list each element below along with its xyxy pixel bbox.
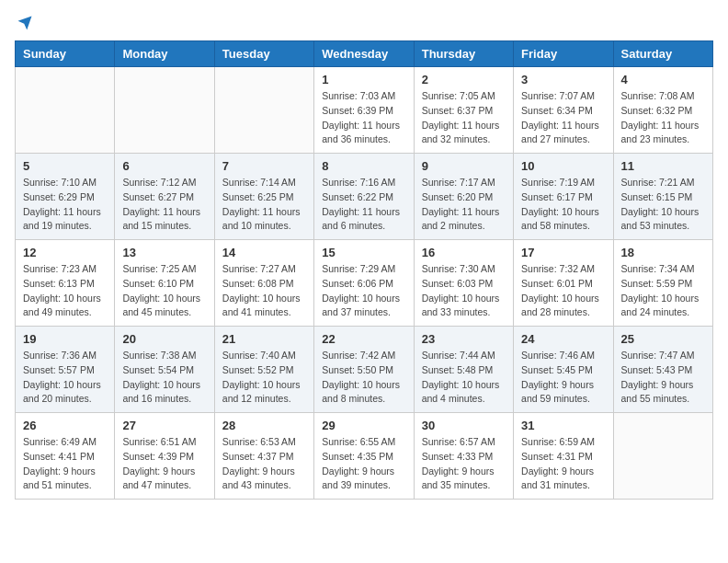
day-number: 12 <box>23 246 107 259</box>
day-info: Sunrise: 7:42 AMSunset: 5:50 PMDaylight:… <box>322 349 405 407</box>
day-info: Sunrise: 7:03 AMSunset: 6:39 PMDaylight:… <box>322 89 405 147</box>
calendar-cell: 13Sunrise: 7:25 AMSunset: 6:10 PMDayligh… <box>115 240 214 327</box>
day-number: 18 <box>621 246 705 259</box>
day-number: 7 <box>222 159 306 173</box>
calendar-cell <box>214 67 313 154</box>
logo <box>15 15 33 31</box>
day-number: 21 <box>222 332 306 346</box>
calendar-week-row: 5Sunrise: 7:10 AMSunset: 6:29 PMDaylight… <box>16 154 713 240</box>
day-number: 28 <box>222 419 306 432</box>
day-info: Sunrise: 7:16 AMSunset: 6:22 PMDaylight:… <box>322 176 405 234</box>
calendar-cell: 21Sunrise: 7:40 AMSunset: 5:52 PMDayligh… <box>214 327 313 413</box>
calendar-cell: 16Sunrise: 7:30 AMSunset: 6:03 PMDayligh… <box>414 240 513 327</box>
day-info: Sunrise: 7:10 AMSunset: 6:29 PMDaylight:… <box>23 176 107 234</box>
calendar-week-row: 1Sunrise: 7:03 AMSunset: 6:39 PMDaylight… <box>16 67 713 154</box>
calendar-cell: 5Sunrise: 7:10 AMSunset: 6:29 PMDaylight… <box>16 154 115 240</box>
calendar-table: SundayMondayTuesdayWednesdayThursdayFrid… <box>15 40 713 500</box>
calendar-cell: 14Sunrise: 7:27 AMSunset: 6:08 PMDayligh… <box>214 240 313 327</box>
calendar-header-thursday: Thursday <box>414 41 513 67</box>
calendar-cell: 20Sunrise: 7:38 AMSunset: 5:54 PMDayligh… <box>115 327 214 413</box>
day-info: Sunrise: 7:23 AMSunset: 6:13 PMDaylight:… <box>23 262 107 320</box>
day-number: 16 <box>422 246 506 259</box>
calendar-week-row: 19Sunrise: 7:36 AMSunset: 5:57 PMDayligh… <box>16 327 713 413</box>
day-info: Sunrise: 7:12 AMSunset: 6:27 PMDaylight:… <box>122 176 206 234</box>
calendar-cell: 4Sunrise: 7:08 AMSunset: 6:32 PMDaylight… <box>613 67 712 154</box>
calendar-cell: 8Sunrise: 7:16 AMSunset: 6:22 PMDaylight… <box>314 154 414 240</box>
calendar-cell: 31Sunrise: 6:59 AMSunset: 4:31 PMDayligh… <box>514 413 613 500</box>
day-number: 24 <box>521 332 605 346</box>
calendar-header-friday: Friday <box>514 41 613 67</box>
day-number: 10 <box>521 159 605 173</box>
calendar-week-row: 26Sunrise: 6:49 AMSunset: 4:41 PMDayligh… <box>16 413 713 500</box>
day-info: Sunrise: 7:05 AMSunset: 6:37 PMDaylight:… <box>422 89 506 147</box>
day-info: Sunrise: 7:46 AMSunset: 5:45 PMDaylight:… <box>521 349 605 407</box>
calendar-cell: 23Sunrise: 7:44 AMSunset: 5:48 PMDayligh… <box>414 327 513 413</box>
day-number: 17 <box>521 246 605 259</box>
day-info: Sunrise: 6:55 AMSunset: 4:35 PMDaylight:… <box>322 435 405 493</box>
day-number: 25 <box>621 332 705 346</box>
day-info: Sunrise: 7:32 AMSunset: 6:01 PMDaylight:… <box>521 262 605 320</box>
day-number: 19 <box>23 332 107 346</box>
day-number: 22 <box>322 332 405 346</box>
calendar-cell: 27Sunrise: 6:51 AMSunset: 4:39 PMDayligh… <box>115 413 214 500</box>
calendar-cell: 9Sunrise: 7:17 AMSunset: 6:20 PMDaylight… <box>414 154 513 240</box>
calendar-cell: 12Sunrise: 7:23 AMSunset: 6:13 PMDayligh… <box>16 240 115 327</box>
calendar-cell: 30Sunrise: 6:57 AMSunset: 4:33 PMDayligh… <box>414 413 513 500</box>
day-info: Sunrise: 7:17 AMSunset: 6:20 PMDaylight:… <box>422 176 506 234</box>
day-info: Sunrise: 7:21 AMSunset: 6:15 PMDaylight:… <box>621 176 705 234</box>
day-number: 23 <box>422 332 506 346</box>
calendar-cell: 7Sunrise: 7:14 AMSunset: 6:25 PMDaylight… <box>214 154 313 240</box>
day-number: 8 <box>322 159 405 173</box>
calendar-cell: 18Sunrise: 7:34 AMSunset: 5:59 PMDayligh… <box>613 240 712 327</box>
calendar-cell: 11Sunrise: 7:21 AMSunset: 6:15 PMDayligh… <box>613 154 712 240</box>
day-info: Sunrise: 6:49 AMSunset: 4:41 PMDaylight:… <box>23 435 107 493</box>
day-info: Sunrise: 7:14 AMSunset: 6:25 PMDaylight:… <box>222 176 306 234</box>
day-number: 13 <box>122 246 206 259</box>
calendar-cell <box>613 413 712 500</box>
day-number: 4 <box>621 73 705 86</box>
day-number: 1 <box>322 73 405 86</box>
calendar-cell: 24Sunrise: 7:46 AMSunset: 5:45 PMDayligh… <box>514 327 613 413</box>
day-info: Sunrise: 7:25 AMSunset: 6:10 PMDaylight:… <box>122 262 206 320</box>
calendar-header-sunday: Sunday <box>16 41 115 67</box>
day-info: Sunrise: 6:53 AMSunset: 4:37 PMDaylight:… <box>222 435 306 493</box>
day-number: 15 <box>322 246 405 259</box>
page-header <box>15 15 713 31</box>
day-info: Sunrise: 7:27 AMSunset: 6:08 PMDaylight:… <box>222 262 306 320</box>
day-info: Sunrise: 7:38 AMSunset: 5:54 PMDaylight:… <box>122 349 206 407</box>
day-number: 3 <box>521 73 605 86</box>
logo-bird-icon <box>17 15 33 31</box>
calendar-cell: 10Sunrise: 7:19 AMSunset: 6:17 PMDayligh… <box>514 154 613 240</box>
day-info: Sunrise: 6:59 AMSunset: 4:31 PMDaylight:… <box>521 435 605 493</box>
day-info: Sunrise: 7:30 AMSunset: 6:03 PMDaylight:… <box>422 262 506 320</box>
calendar-cell: 22Sunrise: 7:42 AMSunset: 5:50 PMDayligh… <box>314 327 414 413</box>
day-info: Sunrise: 7:40 AMSunset: 5:52 PMDaylight:… <box>222 349 306 407</box>
day-number: 31 <box>521 419 605 432</box>
day-number: 20 <box>122 332 206 346</box>
calendar-cell: 15Sunrise: 7:29 AMSunset: 6:06 PMDayligh… <box>314 240 414 327</box>
day-info: Sunrise: 7:08 AMSunset: 6:32 PMDaylight:… <box>621 89 705 147</box>
calendar-header-row: SundayMondayTuesdayWednesdayThursdayFrid… <box>16 41 713 67</box>
day-number: 27 <box>122 419 206 432</box>
calendar-cell: 6Sunrise: 7:12 AMSunset: 6:27 PMDaylight… <box>115 154 214 240</box>
calendar-cell: 25Sunrise: 7:47 AMSunset: 5:43 PMDayligh… <box>613 327 712 413</box>
day-number: 9 <box>422 159 506 173</box>
calendar-cell <box>16 67 115 154</box>
day-info: Sunrise: 6:51 AMSunset: 4:39 PMDaylight:… <box>122 435 206 493</box>
day-info: Sunrise: 7:34 AMSunset: 5:59 PMDaylight:… <box>621 262 705 320</box>
calendar-cell: 26Sunrise: 6:49 AMSunset: 4:41 PMDayligh… <box>16 413 115 500</box>
day-number: 6 <box>122 159 206 173</box>
day-info: Sunrise: 7:36 AMSunset: 5:57 PMDaylight:… <box>23 349 107 407</box>
calendar-cell <box>115 67 214 154</box>
day-number: 2 <box>422 73 506 86</box>
day-number: 11 <box>621 159 705 173</box>
day-number: 26 <box>23 419 107 432</box>
calendar-header-wednesday: Wednesday <box>314 41 414 67</box>
calendar-header-tuesday: Tuesday <box>214 41 313 67</box>
calendar-cell: 3Sunrise: 7:07 AMSunset: 6:34 PMDaylight… <box>514 67 613 154</box>
calendar-cell: 29Sunrise: 6:55 AMSunset: 4:35 PMDayligh… <box>314 413 414 500</box>
calendar-header-saturday: Saturday <box>613 41 712 67</box>
calendar-cell: 2Sunrise: 7:05 AMSunset: 6:37 PMDaylight… <box>414 67 513 154</box>
day-number: 14 <box>222 246 306 259</box>
day-info: Sunrise: 7:19 AMSunset: 6:17 PMDaylight:… <box>521 176 605 234</box>
